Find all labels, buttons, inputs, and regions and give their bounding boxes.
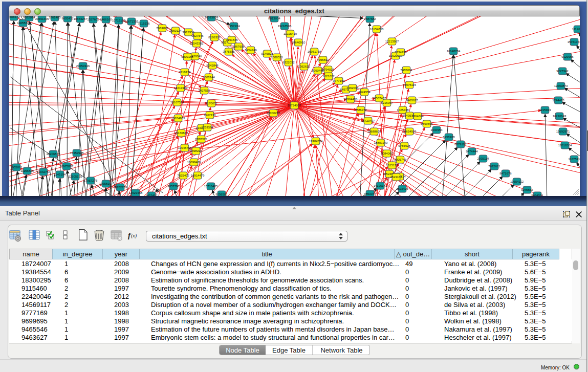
svg-text:15692971: 15692971	[556, 130, 570, 133]
svg-text:1362615: 1362615	[298, 65, 310, 68]
svg-text:3215933: 3215933	[539, 108, 551, 112]
svg-text:15716485: 15716485	[204, 185, 218, 188]
svg-text:9463627: 9463627	[406, 99, 418, 102]
svg-text:20364436: 20364436	[344, 98, 358, 101]
svg-text:9857791: 9857791	[167, 185, 180, 188]
svg-text:12975115: 12975115	[403, 83, 417, 86]
svg-text:9382014: 9382014	[23, 16, 35, 19]
svg-text:3875685: 3875685	[223, 50, 235, 53]
svg-text:15720407: 15720407	[361, 119, 375, 122]
svg-text:9245652: 9245652	[521, 188, 533, 191]
svg-text:18807249: 18807249	[374, 141, 388, 144]
svg-text:7955812: 7955812	[317, 58, 329, 61]
svg-text:9605432: 9605432	[61, 17, 74, 20]
svg-text:16099489: 16099489	[187, 161, 201, 164]
svg-text:9777169: 9777169	[333, 79, 345, 82]
svg-text:16033809: 16033809	[205, 16, 219, 19]
svg-text:7886372: 7886372	[355, 108, 367, 112]
svg-text:6216067: 6216067	[381, 101, 393, 104]
svg-text:11156829: 11156829	[20, 169, 34, 172]
svg-text:12942757: 12942757	[37, 170, 51, 173]
svg-text:16154838: 16154838	[370, 28, 384, 31]
svg-text:18724007: 18724007	[288, 104, 301, 107]
svg-text:6322032: 6322032	[282, 61, 295, 64]
svg-text:3527546: 3527546	[191, 34, 204, 37]
svg-text:9227342: 9227342	[556, 70, 569, 73]
svg-text:2803144: 2803144	[203, 76, 215, 79]
svg-text:2867608: 2867608	[232, 45, 245, 48]
svg-text:1527602: 1527602	[87, 18, 99, 21]
svg-text:7625402: 7625402	[177, 174, 189, 177]
svg-text:9242848: 9242848	[206, 64, 219, 67]
svg-text:18640910: 18640910	[292, 41, 306, 44]
svg-text:12505135: 12505135	[69, 175, 82, 178]
svg-text:19654983: 19654983	[171, 117, 185, 120]
svg-text:20206576: 20206576	[47, 152, 60, 156]
svg-text:9905746: 9905746	[394, 158, 406, 161]
svg-text:6794028: 6794028	[322, 68, 334, 71]
svg-text:8471676: 8471676	[499, 172, 512, 175]
svg-text:1244415: 1244415	[552, 99, 564, 102]
svg-text:3267130: 3267130	[204, 114, 216, 117]
svg-text:17957275: 17957275	[84, 179, 98, 182]
svg-text:1405572: 1405572	[17, 21, 29, 25]
svg-text:6879197: 6879197	[454, 143, 467, 146]
svg-text:10654112: 10654112	[510, 180, 524, 183]
svg-text:9853377: 9853377	[364, 192, 376, 195]
svg-text:15751074: 15751074	[568, 40, 580, 43]
svg-text:11325419: 11325419	[284, 32, 297, 35]
svg-text:16914479: 16914479	[191, 174, 205, 177]
svg-text:16210643: 16210643	[553, 115, 567, 118]
svg-text:30975887: 30975887	[60, 165, 74, 168]
svg-text:1025438: 1025438	[397, 108, 409, 112]
svg-text:1167531: 1167531	[569, 158, 580, 161]
svg-text:8186328: 8186328	[208, 36, 221, 39]
svg-text:8813054: 8813054	[268, 17, 280, 20]
svg-text:19166827: 19166827	[175, 132, 188, 135]
svg-text:9756928: 9756928	[398, 144, 410, 147]
svg-text:2687682: 2687682	[364, 17, 376, 20]
svg-text:7734935: 7734935	[395, 51, 407, 54]
svg-text:16648784: 16648784	[447, 50, 461, 53]
svg-text:16543382: 16543382	[190, 42, 204, 45]
svg-text:1861405: 1861405	[49, 16, 61, 19]
svg-text:9129966: 9129966	[561, 55, 574, 58]
svg-text:9364664: 9364664	[411, 115, 424, 118]
svg-text:9890168: 9890168	[181, 55, 193, 58]
svg-text:17359928: 17359928	[70, 151, 84, 155]
svg-text:16782759: 16782759	[114, 186, 127, 189]
svg-text:3912954: 3912954	[182, 31, 194, 34]
svg-text:9474444: 9474444	[466, 150, 478, 153]
svg-text:1533426: 1533426	[396, 187, 408, 190]
svg-text:10653267: 10653267	[74, 17, 88, 20]
svg-text:7485063: 7485063	[400, 69, 412, 72]
svg-text:6466160: 6466160	[100, 18, 112, 21]
svg-text:10958107: 10958107	[99, 182, 113, 185]
svg-text:1621022: 1621022	[322, 75, 335, 78]
svg-text:3624554: 3624554	[358, 91, 371, 94]
svg-text:1112606: 1112606	[572, 28, 580, 31]
svg-text:3151546: 3151546	[226, 38, 238, 41]
svg-text:3170052: 3170052	[205, 102, 217, 105]
svg-text:1253594: 1253594	[201, 126, 213, 129]
svg-text:1605572: 1605572	[9, 16, 20, 18]
svg-text:12093873: 12093873	[554, 84, 568, 87]
svg-text:9699695: 9699695	[421, 122, 433, 125]
svg-text:7632621: 7632621	[488, 165, 500, 168]
svg-text:7663822: 7663822	[156, 27, 168, 30]
svg-text:17016504: 17016504	[558, 144, 572, 147]
svg-text:18107554: 18107554	[170, 101, 184, 104]
svg-text:7357224: 7357224	[228, 25, 240, 28]
svg-text:8938928: 8938928	[443, 136, 455, 139]
svg-text:10719155: 10719155	[112, 19, 126, 22]
svg-text:10688609: 10688609	[367, 130, 381, 133]
svg-text:20691406: 20691406	[35, 17, 49, 20]
svg-text:12923468: 12923468	[129, 191, 143, 194]
svg-text:2935114: 2935114	[477, 157, 490, 160]
svg-text:12213383: 12213383	[174, 86, 188, 90]
svg-text:1588520: 1588520	[271, 56, 283, 59]
svg-text:(x): (x)	[131, 233, 137, 239]
svg-text:16961758: 16961758	[308, 50, 321, 53]
svg-text:3427552: 3427552	[198, 89, 210, 92]
svg-text:1615137: 1615137	[386, 164, 398, 167]
